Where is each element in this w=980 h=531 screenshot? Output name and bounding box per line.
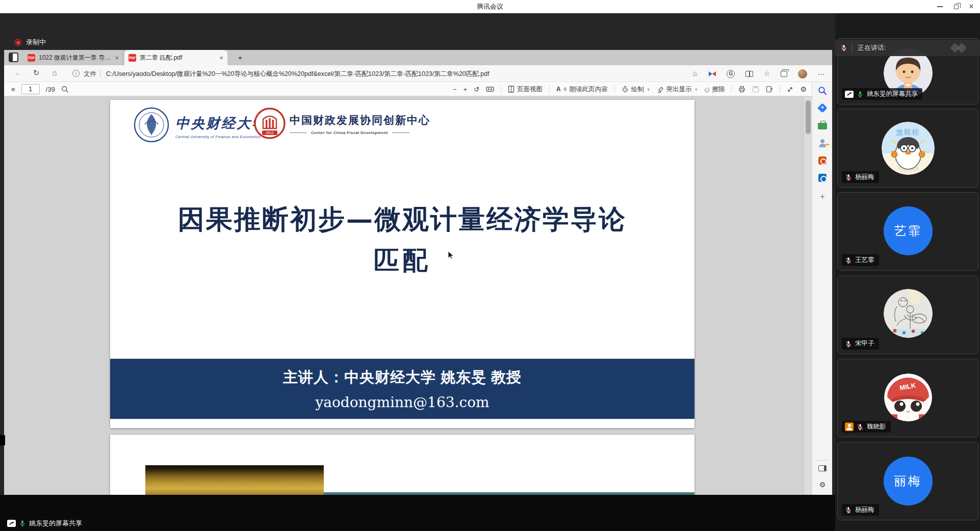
fit-width-icon[interactable] bbox=[486, 86, 494, 93]
tab-actions-icon[interactable] bbox=[9, 52, 18, 62]
draw-button[interactable]: 绘制 ∨ bbox=[622, 85, 650, 94]
tab-chapter1[interactable]: PDF 1022 微观计量第一章 导论与核 × bbox=[23, 50, 123, 65]
pdf-file-icon: PDF bbox=[128, 54, 136, 62]
close-button[interactable]: × bbox=[964, 0, 979, 13]
participant-name-chip: 宋甲子 bbox=[842, 338, 879, 350]
zoom-out-button[interactable]: − bbox=[453, 86, 457, 93]
split-screen-icon[interactable] bbox=[745, 71, 753, 77]
sidebar-outlook-button[interactable] bbox=[812, 174, 833, 182]
sidebar-search-button[interactable] bbox=[812, 86, 833, 95]
profile-avatar[interactable] bbox=[798, 69, 807, 78]
extension-icon[interactable] bbox=[709, 70, 716, 77]
page-view-button[interactable]: 页面视图 bbox=[508, 85, 543, 94]
participant-name-chip: 姚东旻的屏幕共享 bbox=[842, 88, 922, 100]
pdf-search-icon[interactable] bbox=[61, 86, 69, 93]
favorites-icon[interactable]: ☆ bbox=[764, 70, 770, 77]
zoom-in-button[interactable]: + bbox=[463, 86, 468, 93]
tab-chapter2-active[interactable]: PDF 第二章 匹配.pdf × bbox=[124, 50, 227, 65]
sidebar-settings-button[interactable]: ⚙ bbox=[812, 481, 833, 489]
participant-tile[interactable]: 艺霏 王艺霏 bbox=[837, 192, 978, 271]
sidebar-rewards-button[interactable] bbox=[812, 139, 833, 147]
refresh-button[interactable]: ↻ bbox=[31, 68, 42, 77]
extension-g-icon[interactable]: G bbox=[727, 70, 735, 78]
screen-share-banner: 姚东旻的屏幕共享 bbox=[4, 517, 87, 530]
edge-sidebar: + ⚙ bbox=[812, 82, 832, 495]
chevron-down-icon[interactable]: ∨ bbox=[695, 87, 698, 92]
pdf-settings-icon[interactable]: ⚙ bbox=[800, 85, 807, 93]
more-menu-icon[interactable]: ⋯ bbox=[818, 70, 825, 78]
tab-close-icon[interactable]: × bbox=[115, 54, 119, 62]
fullscreen-icon[interactable] bbox=[787, 86, 793, 93]
participant-tile[interactable]: 宋甲子 bbox=[837, 276, 978, 354]
slide-page-2 bbox=[110, 435, 694, 495]
toolbox-icon bbox=[818, 123, 827, 129]
tab-label: 1022 微观计量第一章 导论与核 bbox=[39, 54, 111, 62]
sidebar-office-button[interactable] bbox=[812, 156, 833, 165]
print-icon[interactable] bbox=[738, 86, 745, 93]
pdf-viewport[interactable]: 中央财经大学 Central University of Finance and… bbox=[4, 96, 812, 495]
toolbar-divider bbox=[501, 85, 501, 93]
url-divider bbox=[100, 69, 100, 77]
collections-icon[interactable] bbox=[781, 71, 787, 77]
participant-name-chip: 魏晓影 bbox=[842, 421, 891, 433]
pdf-toolbar: ≡ /39 − + ↺ 页面视图 A 朗读此页内容 bbox=[4, 82, 812, 96]
search-icon bbox=[818, 86, 827, 95]
mic-muted-icon bbox=[845, 257, 852, 264]
tab-close-icon[interactable]: × bbox=[219, 54, 223, 62]
restore-button[interactable] bbox=[948, 0, 964, 13]
sidebar-add-button[interactable]: + bbox=[812, 192, 833, 201]
screen-share-icon bbox=[7, 520, 16, 527]
erase-button[interactable]: ◇ 擦除 bbox=[704, 85, 725, 94]
page-total-label: /39 bbox=[46, 86, 55, 93]
scrollbar-thumb[interactable] bbox=[806, 100, 811, 134]
avatar-pencil-sketch bbox=[884, 289, 933, 338]
cufe-seal-logo bbox=[134, 107, 169, 143]
pdf-file-icon: PDF bbox=[28, 54, 35, 62]
decorative-dash bbox=[392, 132, 409, 134]
toolbar-divider bbox=[780, 85, 780, 93]
presenter-line: 主讲人：中央财经大学 姚东旻 教授 bbox=[110, 367, 694, 388]
mic-on-icon bbox=[857, 91, 864, 98]
participant-tile[interactable]: MILK 魏晓影 bbox=[837, 359, 978, 437]
pdf-scrollbar[interactable] bbox=[805, 96, 812, 495]
background-window-fragment bbox=[0, 435, 5, 445]
new-tab-button[interactable]: + bbox=[235, 52, 246, 63]
avatar-initials-blue: 艺霏 bbox=[884, 206, 933, 255]
participant-name: 姚东旻的屏幕共享 bbox=[867, 90, 918, 98]
highlighter-icon bbox=[657, 86, 664, 93]
recording-indicator: 录制中 bbox=[14, 38, 46, 47]
read-aloud-button[interactable]: A 朗读此页内容 bbox=[556, 85, 608, 94]
sidebar-tools-button[interactable] bbox=[812, 123, 833, 129]
back-button[interactable]: ← bbox=[12, 68, 23, 77]
tab-label: 第二章 匹配.pdf bbox=[140, 54, 216, 62]
home-button[interactable]: ⌂ bbox=[49, 68, 60, 77]
minimize-button[interactable] bbox=[932, 0, 947, 13]
page-number-input[interactable] bbox=[21, 84, 40, 94]
participant-name: 王艺霏 bbox=[855, 256, 874, 264]
avatar-milk-cartoon: MILK bbox=[884, 374, 932, 421]
participant-tile[interactable]: 丽梅 杨丽梅 bbox=[837, 442, 978, 520]
book-cover-image bbox=[145, 465, 324, 495]
save-as-icon[interactable] bbox=[766, 86, 773, 93]
mic-muted-icon bbox=[857, 423, 864, 431]
mic-muted-icon bbox=[845, 340, 852, 348]
host-badge-icon bbox=[845, 422, 854, 431]
participant-name: 杨丽梅 bbox=[855, 506, 874, 514]
rotate-icon[interactable]: ↺ bbox=[474, 86, 479, 93]
chevron-down-icon[interactable]: ∨ bbox=[647, 87, 650, 92]
sidebar-shopping-button[interactable] bbox=[812, 104, 833, 112]
shared-screen-letterbox bbox=[0, 495, 835, 531]
participant-tile[interactable]: 放轻松 杨丽梅 bbox=[837, 109, 978, 188]
mic-muted-icon bbox=[845, 174, 852, 181]
speaking-header: 正在讲话: bbox=[835, 40, 980, 56]
sidebar-open-panel-button[interactable] bbox=[812, 465, 833, 471]
edge-browser: PDF 1022 微观计量第一章 导论与核 × PDF 第二章 匹配.pdf ×… bbox=[4, 50, 832, 495]
address-input[interactable]: C:/Users/yaodo/Desktop/微观计量%20一%20导论与核心概… bbox=[106, 70, 662, 78]
sound-waves-icon bbox=[563, 86, 567, 92]
add-favorite-icon[interactable]: ☆ bbox=[692, 70, 699, 78]
urlbar-actions: ☆ G ☆ ⋯ bbox=[692, 65, 825, 82]
pdf-contents-icon[interactable]: ≡ bbox=[11, 86, 15, 93]
highlight-button[interactable]: 突出显示 ∨ bbox=[657, 85, 698, 94]
slide-title-line1: 因果推断初步—微观计量经济学导论 bbox=[110, 202, 694, 237]
page-info-icon[interactable]: i bbox=[72, 70, 80, 77]
